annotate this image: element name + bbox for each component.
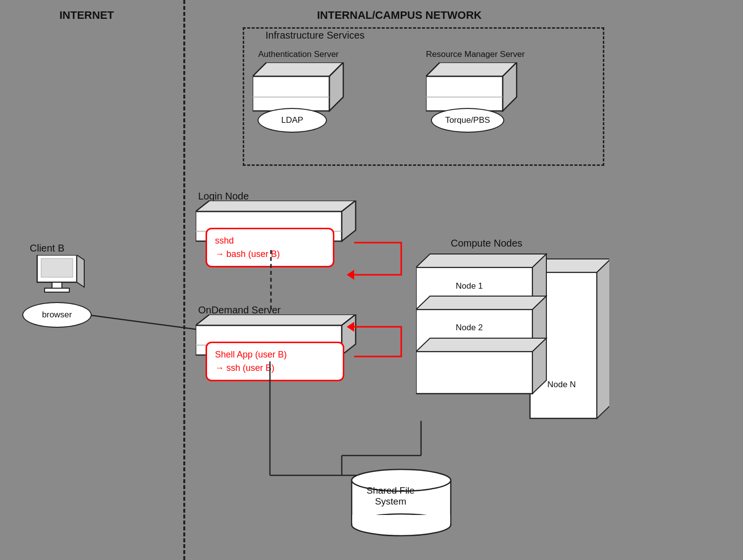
svg-marker-9 (196, 201, 356, 211)
svg-rect-45 (352, 515, 450, 524)
compute-nodes-label: Compute Nodes (451, 238, 523, 249)
shared-fs-label: Shared File System (367, 485, 415, 507)
browser-ellipse: browser (22, 302, 92, 328)
svg-rect-21 (45, 288, 69, 292)
auth-server-area: Authentication Server LDAP (253, 50, 344, 129)
client-b-label: Client B (30, 243, 64, 254)
divider (183, 0, 185, 560)
svg-marker-38 (416, 296, 546, 309)
shell-line2: → ssh (user B) (215, 361, 335, 375)
node-n-label: Node N (547, 380, 576, 390)
shell-app-box: Shell App (user B) → ssh (user B) (206, 342, 344, 381)
client-b-computer (27, 255, 87, 300)
diagram-container: INTERNET INTERNAL/CAMPUS NETWORK Infrast… (0, 0, 743, 560)
compute-stack: Node 1 Node 2 Node N (416, 250, 609, 435)
svg-rect-4 (426, 76, 503, 111)
svg-marker-19 (77, 255, 84, 287)
svg-marker-32 (597, 259, 609, 418)
network-label: INTERNAL/CAMPUS NETWORK (317, 9, 481, 22)
ldap-ellipse: LDAP (258, 108, 327, 133)
svg-marker-36 (416, 254, 546, 267)
svg-marker-23 (347, 270, 354, 280)
internet-label: INTERNET (59, 9, 114, 22)
svg-marker-5 (426, 62, 517, 76)
node-divider-line (270, 250, 272, 309)
svg-marker-1 (253, 62, 343, 76)
svg-rect-20 (52, 282, 62, 288)
sshd-line1: sshd (215, 234, 325, 248)
node1-label: Node 1 (456, 281, 483, 291)
svg-marker-40 (416, 338, 546, 352)
torque-pbs-ellipse: Torque/PBS (431, 108, 504, 133)
svg-marker-14 (196, 314, 356, 325)
svg-rect-35 (416, 352, 532, 394)
svg-line-22 (92, 315, 196, 329)
infra-services-label: Infrastructure Services (263, 30, 368, 41)
node2-label: Node 2 (456, 323, 483, 333)
resource-server-area: Resource Manager Server Torque/PBS (426, 50, 525, 129)
shell-line1: Shell App (user B) (215, 348, 335, 361)
compute-nodes-svg (416, 250, 609, 433)
resource-server-label: Resource Manager Server (426, 50, 525, 59)
auth-server-label: Authentication Server (253, 50, 344, 59)
svg-rect-0 (253, 76, 329, 111)
svg-rect-18 (41, 258, 73, 277)
